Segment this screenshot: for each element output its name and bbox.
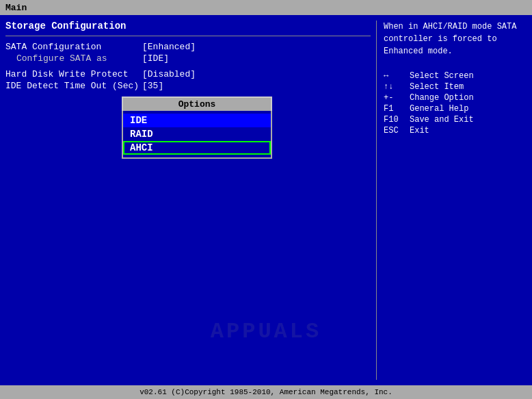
config-row-ide-timeout: IDE Detect Time Out (Sec) [35] bbox=[5, 81, 371, 91]
top-bar-label: Main bbox=[5, 3, 27, 13]
ide-timeout-label: IDE Detect Time Out (Sec) bbox=[5, 81, 142, 91]
key-desc-0: Select Screen bbox=[410, 71, 474, 81]
configure-sata-label: Configure SATA as bbox=[5, 53, 142, 64]
configure-sata-value: [IDE] bbox=[142, 53, 169, 64]
bottom-bar-text: v02.61 (C)Copyright 1985-2010, American … bbox=[139, 388, 393, 396]
dropdown-body: IDE RAID AHCI bbox=[122, 111, 272, 159]
config-row-configure-sata: Configure SATA as [IDE] bbox=[5, 53, 371, 64]
key-desc-5: Exit bbox=[410, 126, 429, 136]
dropdown-item-ahci[interactable]: AHCI bbox=[123, 141, 271, 155]
key-code-2: +- bbox=[384, 93, 404, 103]
config-row-sata-config: SATA Configuration [Enhanced] bbox=[5, 42, 371, 52]
key-bindings: ↔ Select Screen ↑↓ Select Item +- Change… bbox=[384, 71, 527, 136]
key-code-1: ↑↓ bbox=[384, 82, 404, 92]
key-row-4: F10 Save and Exit bbox=[384, 115, 527, 125]
write-protect-value: [Disabled] bbox=[142, 69, 196, 79]
key-desc-3: General Help bbox=[410, 104, 468, 114]
key-row-0: ↔ Select Screen bbox=[384, 71, 527, 81]
key-code-0: ↔ bbox=[384, 71, 404, 81]
key-row-3: F1 General Help bbox=[384, 104, 527, 114]
help-text: When in AHCI/RAID mode SATA controller i… bbox=[384, 21, 527, 57]
write-protect-label: Hard Disk Write Protect bbox=[5, 69, 142, 79]
key-desc-2: Change Option bbox=[410, 93, 474, 103]
dropdown-item-ide[interactable]: IDE bbox=[123, 114, 271, 127]
key-row-1: ↑↓ Select Item bbox=[384, 82, 527, 92]
section-title: Storage Configuration bbox=[5, 21, 371, 31]
key-code-5: ESC bbox=[384, 126, 404, 136]
key-row-2: +- Change Option bbox=[384, 93, 527, 103]
config-row-write-protect: Hard Disk Write Protect [Disabled] bbox=[5, 69, 371, 79]
options-dropdown[interactable]: Options IDE RAID AHCI bbox=[122, 96, 272, 159]
left-panel: Storage Configuration SATA Configuration… bbox=[5, 21, 371, 380]
top-bar: Main bbox=[0, 0, 532, 15]
sata-config-label: SATA Configuration bbox=[5, 42, 142, 52]
key-desc-4: Save and Exit bbox=[410, 115, 474, 125]
key-code-4: F10 bbox=[384, 115, 404, 125]
config-block-hdd: Hard Disk Write Protect [Disabled] IDE D… bbox=[5, 69, 371, 91]
key-row-5: ESC Exit bbox=[384, 126, 527, 136]
dropdown-item-raid[interactable]: RAID bbox=[123, 127, 271, 141]
ide-timeout-value: [35] bbox=[142, 81, 163, 91]
bottom-bar: v02.61 (C)Copyright 1985-2010, American … bbox=[0, 385, 532, 399]
config-block-sata: SATA Configuration [Enhanced] Configure … bbox=[5, 42, 371, 64]
dropdown-title: Options bbox=[122, 96, 272, 111]
sata-config-value: [Enhanced] bbox=[142, 42, 196, 52]
right-panel: When in AHCI/RAID mode SATA controller i… bbox=[376, 21, 527, 380]
key-code-3: F1 bbox=[384, 104, 404, 114]
key-desc-1: Select Item bbox=[410, 82, 464, 92]
